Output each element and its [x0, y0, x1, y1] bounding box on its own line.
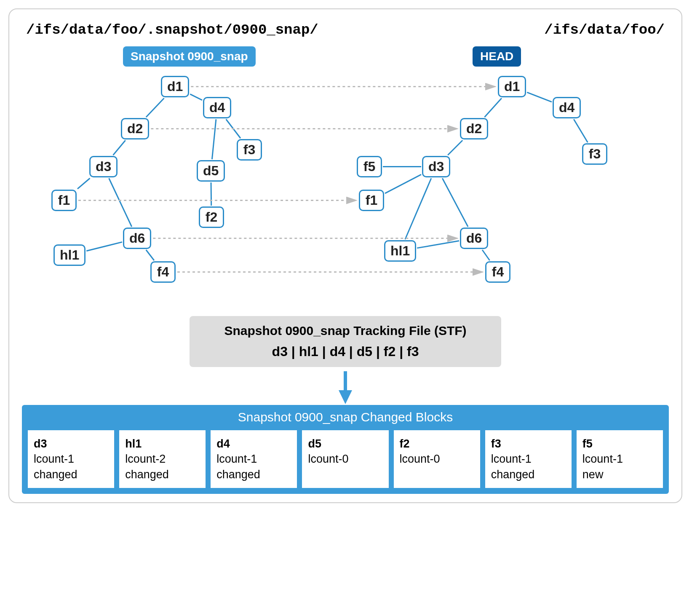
badge-row: Snapshot 0900_snap HEAD	[22, 46, 669, 72]
svg-line-4	[113, 140, 126, 155]
stf-items: d3 | hl1 | d4 | d5 | f2 | f3	[198, 344, 493, 359]
path-row: /ifs/data/foo/.snapshot/0900_snap/ /ifs/…	[22, 22, 669, 38]
svg-line-12	[574, 119, 588, 142]
changed-block: f3lcount-1changed	[485, 430, 572, 488]
svg-line-0	[146, 98, 164, 117]
head-path: /ifs/data/foo/	[544, 22, 665, 38]
tree-area: d1d4d2f3d3d5f1f2d6hl1f4d1d4d2f3f5d3f1d6h…	[22, 72, 669, 308]
svg-line-18	[417, 241, 459, 248]
svg-line-15	[385, 174, 421, 193]
svg-line-1	[190, 94, 202, 100]
stf-title: Snapshot 0900_snap Tracking File (STF)	[198, 324, 493, 338]
left-node-f2: f2	[199, 206, 224, 228]
stf-box: Snapshot 0900_snap Tracking File (STF) d…	[190, 316, 501, 367]
svg-line-17	[405, 178, 431, 239]
changed-block: f2lcount-0	[394, 430, 480, 488]
svg-line-8	[86, 242, 122, 251]
svg-line-5	[77, 178, 90, 189]
left-node-d1: d1	[161, 76, 189, 97]
svg-line-19	[482, 250, 490, 260]
right-node-f3: f3	[582, 143, 607, 165]
changed-blocks-panel: Snapshot 0900_snap Changed Blocks d3lcou…	[22, 405, 669, 494]
changed-block: d5lcount-0	[302, 430, 388, 488]
svg-line-16	[442, 178, 468, 227]
right-node-hl1: hl1	[384, 240, 416, 262]
svg-line-3	[212, 119, 216, 159]
right-node-d3: d3	[422, 156, 450, 177]
left-node-d4: d4	[203, 97, 231, 118]
right-node-d6: d6	[460, 228, 488, 249]
right-node-f4: f4	[485, 261, 510, 283]
snapshot-path: /ifs/data/foo/.snapshot/0900_snap/	[26, 22, 318, 38]
changed-block: d3lcount-1changed	[28, 430, 114, 488]
left-node-d2: d2	[121, 118, 149, 139]
right-node-d1: d1	[498, 76, 526, 97]
changed-blocks-row: d3lcount-1changedhl1lcount-2changedd4lco…	[28, 430, 663, 488]
down-arrow-icon	[337, 371, 354, 405]
left-node-f1: f1	[51, 190, 77, 211]
changed-blocks-title: Snapshot 0900_snap Changed Blocks	[28, 410, 663, 424]
left-node-f4: f4	[150, 261, 176, 283]
diagram-frame: /ifs/data/foo/.snapshot/0900_snap/ /ifs/…	[8, 8, 682, 503]
head-badge: HEAD	[473, 46, 521, 67]
svg-line-10	[484, 98, 502, 117]
left-node-d6: d6	[123, 228, 151, 249]
left-node-d5: d5	[197, 160, 225, 182]
changed-block: f5lcount-1new	[577, 430, 663, 488]
svg-line-2	[226, 119, 240, 138]
changed-block: hl1lcount-2changed	[119, 430, 206, 488]
changed-block: d4lcount-1changed	[211, 430, 297, 488]
snapshot-badge: Snapshot 0900_snap	[123, 46, 256, 67]
right-node-f1: f1	[359, 190, 384, 211]
right-node-f5: f5	[357, 156, 382, 177]
left-node-d3: d3	[89, 156, 118, 177]
right-node-d2: d2	[460, 118, 488, 139]
svg-line-11	[527, 92, 552, 102]
svg-line-7	[211, 182, 211, 206]
right-node-d4: d4	[553, 97, 581, 118]
left-node-f3: f3	[237, 139, 262, 161]
svg-line-6	[109, 178, 132, 227]
svg-line-9	[146, 250, 154, 260]
svg-line-13	[448, 140, 462, 155]
left-node-hl1: hl1	[53, 244, 85, 266]
